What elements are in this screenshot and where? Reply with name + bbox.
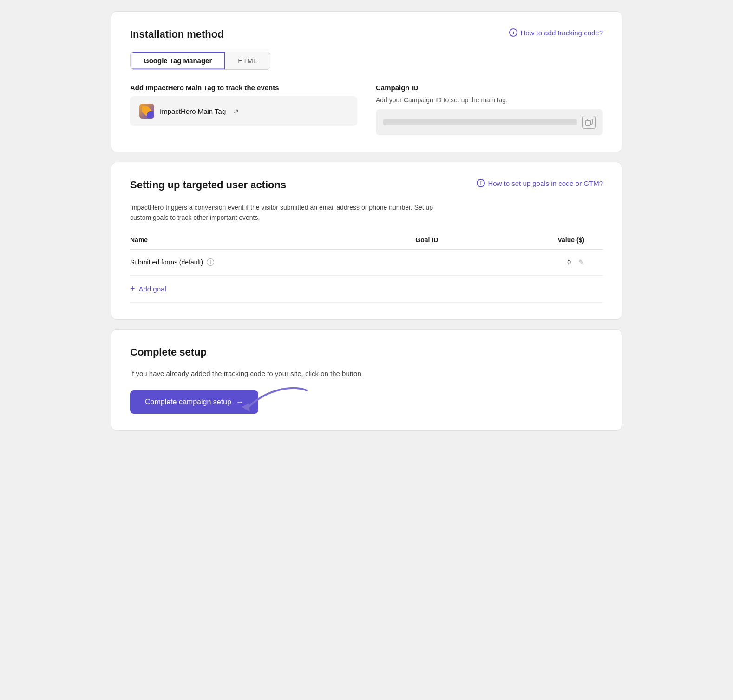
impacthero-icon <box>139 104 154 119</box>
table-row: Submitted forms (default) i 0 ✎ <box>130 249 603 275</box>
user-actions-description: ImpactHero triggers a conversion event i… <box>130 202 446 223</box>
installation-help-text: How to add tracking code? <box>520 29 603 37</box>
campaign-input-placeholder <box>383 119 577 125</box>
add-goal-cell: + Add goal <box>130 275 603 302</box>
campaign-column-label: Campaign ID <box>376 83 603 92</box>
user-actions-card: Setting up targeted user actions i How t… <box>111 162 622 320</box>
goals-table-header-row: Name Goal ID Value ($) <box>130 236 603 250</box>
row-name-text: Submitted forms (default) <box>130 258 203 266</box>
complete-setup-header: Complete setup <box>130 346 603 358</box>
goal-name-cell: Submitted forms (default) i <box>130 258 392 266</box>
tag-column: Add ImpactHero Main Tag to track the eve… <box>130 83 357 135</box>
copy-icon[interactable] <box>582 116 596 129</box>
user-actions-header: Setting up targeted user actions i How t… <box>130 179 603 191</box>
tab-google-tag-manager[interactable]: Google Tag Manager <box>131 52 225 69</box>
page-container: Installation method i How to add trackin… <box>111 11 622 431</box>
row-goal-id <box>392 249 462 275</box>
add-goal-row: + Add goal <box>130 275 603 302</box>
goals-table: Name Goal ID Value ($) Submitted forms (… <box>130 236 603 303</box>
svg-rect-0 <box>586 120 590 125</box>
goals-table-body: Submitted forms (default) i 0 ✎ <box>130 249 603 302</box>
info-icon: i <box>509 28 517 37</box>
complete-setup-title: Complete setup <box>130 346 207 358</box>
installation-card: Installation method i How to add trackin… <box>111 11 622 152</box>
add-goal-plus-icon: + <box>130 284 135 294</box>
goal-info-icon[interactable]: i <box>207 258 214 266</box>
tab-html[interactable]: HTML <box>225 52 270 69</box>
user-actions-help-text: How to set up goals in code or GTM? <box>488 179 603 187</box>
tag-name-label: ImpactHero Main Tag <box>160 107 226 115</box>
col-goal-id: Goal ID <box>392 236 462 250</box>
installation-header: Installation method i How to add trackin… <box>130 28 603 40</box>
user-actions-title: Setting up targeted user actions <box>130 179 286 191</box>
row-name-cell: Submitted forms (default) i <box>130 249 392 275</box>
complete-setup-card: Complete setup If you have already added… <box>111 329 622 431</box>
info-icon-2: i <box>477 179 485 187</box>
goals-table-head: Name Goal ID Value ($) <box>130 236 603 250</box>
curved-arrow-decoration <box>232 381 325 428</box>
complete-setup-description: If you have already added the tracking c… <box>130 370 603 377</box>
complete-btn-wrapper: Complete campaign setup → <box>130 390 603 414</box>
col-name: Name <box>130 236 392 250</box>
installation-help-link[interactable]: i How to add tracking code? <box>509 28 603 37</box>
add-goal-label: Add goal <box>139 285 166 293</box>
tag-box: ImpactHero Main Tag ↗ <box>130 96 357 126</box>
installation-title: Installation method <box>130 28 224 40</box>
campaign-column-sublabel: Add your Campaign ID to set up the main … <box>376 96 603 104</box>
svg-marker-1 <box>242 403 250 412</box>
complete-btn-label: Complete campaign setup <box>145 398 231 406</box>
installation-two-col: Add ImpactHero Main Tag to track the eve… <box>130 83 603 135</box>
row-value: 0 ✎ <box>462 249 603 275</box>
campaign-input-wrapper <box>376 109 603 135</box>
add-goal-button[interactable]: + Add goal <box>130 284 166 294</box>
installation-tab-group: Google Tag Manager HTML <box>130 52 270 70</box>
row-value-text: 0 <box>567 258 571 266</box>
external-link-icon[interactable]: ↗ <box>233 107 239 115</box>
user-actions-help-link[interactable]: i How to set up goals in code or GTM? <box>477 179 603 187</box>
edit-icon[interactable]: ✎ <box>578 258 584 267</box>
campaign-column: Campaign ID Add your Campaign ID to set … <box>376 83 603 135</box>
col-value: Value ($) <box>462 236 603 250</box>
tag-column-label: Add ImpactHero Main Tag to track the eve… <box>130 83 357 92</box>
